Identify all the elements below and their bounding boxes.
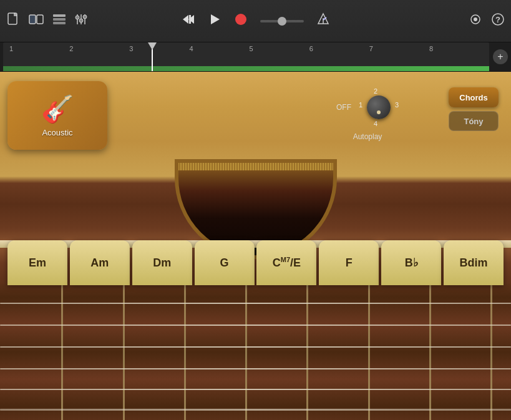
new-document-icon[interactable]: [6, 12, 20, 29]
svg-point-11: [83, 15, 87, 19]
chord-dm-label: Dm: [153, 256, 171, 270]
chords-row: Em Am Dm G CM7/E F B♭ Bdim: [0, 240, 511, 285]
add-track-button[interactable]: +: [493, 49, 508, 64]
settings-icon[interactable]: [469, 12, 482, 29]
record-button[interactable]: [234, 12, 248, 29]
tony-mode-button[interactable]: Tóny: [449, 111, 499, 131]
string-4: [0, 368, 511, 369]
ruler-num-1: 1: [9, 45, 69, 52]
chord-cm7e[interactable]: CM7/E: [256, 240, 316, 285]
fret-5: [306, 284, 308, 420]
autoplay-knob[interactable]: 1 2 3 4: [359, 87, 399, 127]
ruler-num-2: 2: [69, 45, 129, 52]
fret-8: [490, 284, 492, 420]
ruler-green-region: [3, 66, 489, 71]
instrument-tile[interactable]: 🎸 Acoustic: [7, 81, 107, 150]
soundhole-rosette: [175, 159, 337, 170]
chord-bb-label: B♭: [405, 256, 418, 270]
chord-em-label: Em: [29, 256, 46, 270]
fret-6: [368, 284, 370, 420]
ruler-num-7: 7: [369, 45, 429, 52]
fret-7: [429, 284, 431, 420]
rewind-button[interactable]: [182, 12, 195, 29]
toolbar: ? 1 2 3 4 5 6 7 8 +: [0, 0, 511, 72]
chord-f-label: F: [346, 256, 353, 270]
ruler-num-3: 3: [129, 45, 189, 52]
svg-point-9: [75, 16, 79, 19]
chord-em[interactable]: Em: [7, 240, 67, 285]
svg-rect-2: [37, 15, 43, 24]
ruler-num-4: 4: [189, 45, 249, 52]
svg-point-16: [235, 14, 246, 25]
chord-g[interactable]: G: [195, 240, 255, 285]
fret-3: [184, 284, 186, 420]
string-1: [0, 303, 511, 304]
knob-num-3: 3: [395, 101, 399, 109]
tony-label: Tóny: [464, 117, 483, 126]
chord-am-label: Am: [90, 256, 109, 270]
knob-circle: [367, 95, 391, 119]
mixer-icon[interactable]: [75, 13, 87, 29]
ruler-num-5: 5: [250, 45, 309, 52]
play-button[interactable]: [208, 12, 221, 29]
instrument-name: Acoustic: [42, 128, 72, 137]
chord-bb[interactable]: B♭: [381, 240, 441, 285]
toolbar-row: ?: [0, 0, 511, 42]
string-3: [0, 346, 511, 348]
guitar-main: Em Am Dm G CM7/E F B♭ Bdim: [0, 72, 511, 420]
chord-am[interactable]: Am: [70, 240, 130, 285]
chords-label: Chords: [459, 93, 488, 102]
chord-dm[interactable]: Dm: [132, 240, 192, 285]
knob-num-1: 1: [359, 101, 363, 109]
fret-2: [123, 284, 125, 420]
string-2: [0, 325, 511, 326]
chords-mode-button[interactable]: Chords: [449, 87, 499, 107]
svg-point-21: [474, 17, 477, 21]
knob-num-2: 2: [374, 87, 377, 95]
knob-num-4: 4: [374, 120, 377, 127]
string-6: [0, 409, 511, 411]
ruler-numbers: 1 2 3 4 5 6 7 8: [3, 45, 489, 52]
svg-rect-4: [53, 18, 66, 21]
autoplay-section: OFF 1 2 3 4 Autoplay: [336, 87, 399, 141]
chord-g-label: G: [220, 256, 229, 270]
playhead[interactable]: [152, 42, 153, 71]
acoustic-guitar-icon: 🎸: [41, 94, 74, 124]
transport-controls: [182, 12, 330, 29]
mode-buttons: Chords Tóny: [449, 87, 499, 131]
metronome-icon[interactable]: [316, 12, 330, 29]
track-view-icon[interactable]: [52, 13, 66, 29]
autoplay-label: Autoplay: [353, 132, 382, 141]
help-icon[interactable]: ?: [491, 12, 505, 29]
knob-dial: 1 2 3 4: [359, 87, 399, 127]
fret-1: [61, 284, 63, 420]
svg-text:?: ?: [495, 15, 500, 24]
svg-point-10: [79, 19, 83, 22]
chord-bdim-label: Bdim: [460, 256, 488, 270]
svg-rect-5: [53, 22, 66, 24]
svg-marker-12: [183, 15, 188, 24]
volume-control[interactable]: [260, 20, 304, 22]
fretboard[interactable]: [0, 284, 511, 420]
chord-bdim[interactable]: Bdim: [444, 240, 504, 285]
chord-f[interactable]: F: [319, 240, 379, 285]
knob-position-dot: [377, 110, 381, 114]
svg-marker-15: [211, 14, 220, 24]
ruler-num-8: 8: [429, 45, 489, 52]
autoplay-controls: OFF 1 2 3 4: [336, 87, 399, 127]
string-5: [0, 389, 511, 390]
svg-rect-1: [29, 15, 36, 24]
chord-cm7e-label: CM7/E: [273, 256, 301, 270]
timeline-ruler[interactable]: 1 2 3 4 5 6 7 8 +: [0, 42, 511, 71]
ruler-track: 1 2 3 4 5 6 7 8: [3, 42, 489, 71]
autoplay-off-label: OFF: [336, 103, 351, 112]
ruler-num-6: 6: [309, 45, 369, 52]
fret-4: [245, 284, 247, 420]
loop-regions-icon[interactable]: [29, 12, 44, 29]
playhead-indicator: [148, 42, 157, 50]
svg-rect-3: [53, 14, 66, 17]
